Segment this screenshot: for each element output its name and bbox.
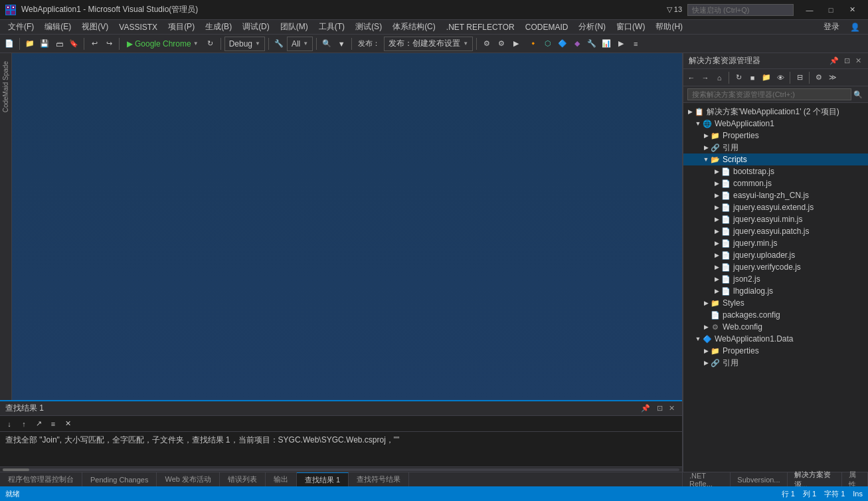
codemaid-btn7[interactable]: ▶ (614, 37, 628, 51)
find-more-btn[interactable]: ▼ (335, 37, 348, 51)
project-webappdata[interactable]: ▼ 🔷 WebApplication1.Data (683, 333, 868, 345)
jquery-uploader-js[interactable]: ▶ 📄 jquery.uploader.js (683, 249, 868, 261)
menu-test[interactable]: 测试(S) (350, 20, 387, 35)
menu-debug[interactable]: 调试(D) (237, 20, 275, 35)
find-btn[interactable]: 🔍 (320, 37, 333, 51)
find-next-btn[interactable]: ↓ (3, 417, 16, 431)
codemaid-btn6[interactable]: 📊 (600, 37, 613, 51)
bookmark-btn[interactable]: 🔖 (67, 37, 80, 51)
properties-data[interactable]: ▶ 📁 Properties (683, 345, 868, 357)
extra-btn2[interactable]: ⚙ (495, 37, 508, 51)
json2-js[interactable]: ▶ 📄 json2.js (683, 273, 868, 285)
jquery-min-js[interactable]: ▶ 📄 jquery.min.js (683, 237, 868, 249)
jquery-easyui-extend-js[interactable]: ▶ 📄 jquery.easyui.extend.js (683, 201, 868, 213)
quick-launch-input[interactable] (687, 4, 794, 16)
publish-dropdown[interactable]: 发布：创建发布设置 ▼ (384, 37, 473, 51)
sol-refresh-btn[interactable]: ↻ (732, 70, 745, 85)
tab-error-list[interactable]: 错误列表 (220, 472, 266, 486)
platform-icon-btn[interactable]: 🔧 (272, 37, 286, 51)
menu-user[interactable]: 👤 (845, 20, 865, 35)
codemaid-btn3[interactable]: 🔷 (556, 37, 569, 51)
tab-pending-changes[interactable]: Pending Changes (82, 472, 157, 486)
references-data[interactable]: ▶ 🔗 引用 (683, 357, 868, 369)
tab-web-publish[interactable]: Web 发布活动 (157, 472, 219, 486)
codemaid-btn4[interactable]: ◆ (570, 37, 584, 51)
rbt-subversion[interactable]: Subversion... (731, 472, 787, 486)
find-scrollbar-thumb[interactable] (3, 468, 29, 471)
menu-tools[interactable]: 工具(T) (313, 20, 350, 35)
tab-find-symbol[interactable]: 查找符号结果 (349, 472, 409, 486)
find-close-btn[interactable]: ✕ (667, 403, 677, 413)
find-prev-btn[interactable]: ↑ (17, 417, 31, 431)
undo-btn[interactable]: ↩ (88, 37, 101, 51)
sol-fwd-btn[interactable]: → (699, 70, 712, 85)
config-dropdown[interactable]: Debug ▼ (224, 37, 265, 51)
maximize-button[interactable]: □ (820, 3, 841, 17)
easyui-lang-js[interactable]: ▶ 📄 easyui-lang-zh_CN.js (683, 189, 868, 201)
rbt-solution-explorer[interactable]: 解决方案资源... (788, 472, 842, 486)
menu-analyze[interactable]: 分析(N) (573, 20, 611, 35)
find-menu-btn[interactable]: ≡ (46, 417, 60, 431)
jquery-verifycode-js[interactable]: ▶ 📄 jquery.verifycode.js (683, 261, 868, 273)
styles-folder[interactable]: ▶ 📁 Styles (683, 297, 868, 309)
sol-new-folder-btn[interactable]: 📁 (760, 70, 773, 85)
menu-build[interactable]: 生成(B) (200, 20, 237, 35)
open-btn[interactable]: 📁 (23, 37, 37, 51)
sol-back-btn[interactable]: ← (685, 70, 698, 85)
lhgdialog-js[interactable]: ▶ 📄 lhgdialog.js (683, 285, 868, 297)
extra-btn1[interactable]: ⚙ (480, 37, 493, 51)
properties-folder[interactable]: ▶ 📁 Properties (683, 130, 868, 142)
codemaid-btn1[interactable]: 🔸 (527, 37, 540, 51)
scripts-folder[interactable]: ▼ 📂 Scripts (683, 153, 868, 165)
menu-project[interactable]: 项目(P) (163, 20, 200, 35)
sol-settings-btn[interactable]: ⚙ (812, 70, 825, 85)
sol-home-btn[interactable]: ⌂ (713, 70, 726, 85)
rbt-properties[interactable]: 属性 (842, 472, 868, 486)
menu-vassistx[interactable]: VASSISTX (114, 20, 163, 35)
menu-team[interactable]: 团队(M) (275, 20, 313, 35)
solution-close-btn[interactable]: ✕ (853, 56, 863, 66)
codemaid-btn2[interactable]: ⬡ (541, 37, 555, 51)
close-button[interactable]: ✕ (841, 3, 863, 17)
sol-show-all-btn[interactable]: 👁 (774, 70, 787, 85)
codemaid-btn5[interactable]: 🔧 (585, 37, 598, 51)
bootstrap-js[interactable]: ▶ 📄 bootstrap.js (683, 165, 868, 177)
web-config[interactable]: ▶ ⚙ Web.config (683, 321, 868, 333)
find-scrollbar-track[interactable] (3, 468, 679, 471)
codemaid-btn8[interactable]: ≡ (629, 37, 642, 51)
project-webapp1[interactable]: ▼ 🌐 WebApplication1 (683, 118, 868, 130)
redo-btn[interactable]: ↪ (102, 37, 116, 51)
editor-area[interactable] (12, 53, 682, 400)
find-scrollbar[interactable] (0, 466, 682, 472)
new-project-btn[interactable]: 📄 (3, 37, 16, 51)
menu-architecture[interactable]: 体系结构(C) (387, 20, 441, 35)
references-folder[interactable]: ▶ 🔗 引用 (683, 142, 868, 153)
menu-file[interactable]: 文件(F) (3, 20, 39, 35)
jquery-easyui-min-js[interactable]: ▶ 📄 jquery.easyui.min.js (683, 213, 868, 225)
save-all-btn[interactable]: 🗃 (52, 37, 66, 51)
platform-dropdown[interactable]: All ▼ (287, 37, 313, 51)
sol-collapse-btn[interactable]: ⊟ (793, 70, 806, 85)
extra-btn3[interactable]: ▶ (509, 37, 523, 51)
menu-login[interactable]: 登录 (818, 20, 845, 35)
common-js[interactable]: ▶ 📄 common.js (683, 177, 868, 189)
jquery-easyui-patch-js[interactable]: ▶ 📄 jquery.easyui.patch.js (683, 225, 868, 237)
menu-help[interactable]: 帮助(H) (650, 20, 688, 35)
tab-output[interactable]: 输出 (266, 472, 297, 486)
find-float-btn[interactable]: ⊡ (655, 403, 665, 413)
sidebar-codemaid-spade[interactable]: CodeMaid Spade (1, 58, 11, 115)
tab-package-manager[interactable]: 程序包管理器控制台 (0, 472, 82, 486)
menu-edit[interactable]: 编辑(E) (39, 20, 76, 35)
packages-config[interactable]: 📄 packages.config (683, 309, 868, 321)
solution-search-input[interactable] (687, 88, 851, 100)
solution-float-btn[interactable]: ⊡ (842, 56, 852, 66)
solution-pin-btn[interactable]: 📌 (827, 56, 841, 66)
tab-find-results[interactable]: 查找结果 1 (297, 472, 349, 486)
minimize-button[interactable]: — (799, 3, 820, 17)
menu-window[interactable]: 窗口(W) (611, 20, 650, 35)
menu-view[interactable]: 视图(V) (76, 20, 114, 35)
refresh-btn[interactable]: ↻ (204, 37, 217, 51)
save-btn[interactable]: 💾 (38, 37, 51, 51)
sol-more-btn[interactable]: ≫ (826, 70, 839, 85)
menu-net-reflector[interactable]: .NET REFLECTOR (441, 20, 520, 35)
